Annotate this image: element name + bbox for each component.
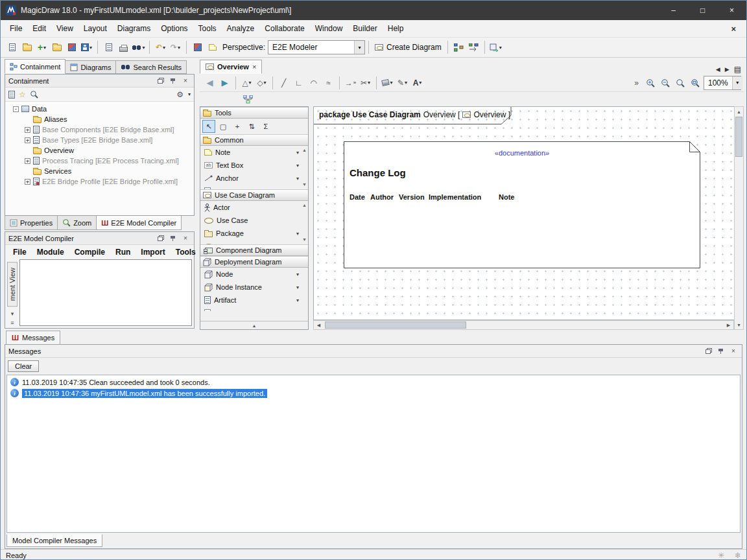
palette-item-package[interactable]: Package ▾ [200,227,308,240]
scroll-down-icon[interactable]: ▼ [302,237,307,242]
dependency-button[interactable]: →» [344,75,357,91]
tab-model-compiler-messages[interactable]: Model Compiler Messages [6,534,102,547]
rectilinear-path-button[interactable]: ∟ [292,75,305,91]
palette-scroll-strip[interactable]: ▲ [200,321,308,329]
marquee-tool-button[interactable]: ▢ [217,120,230,133]
use-module-button[interactable] [65,40,78,55]
select-tool-button[interactable]: ↖ [202,120,215,133]
tab-diagrams[interactable]: Diagrams [65,60,116,74]
forward-button[interactable]: ▶ [218,75,231,91]
open-module-button[interactable] [50,40,64,55]
compiler-menu-file[interactable]: File [8,248,32,257]
clear-button[interactable]: Clear [8,360,39,372]
menu-layout[interactable]: Layout [78,24,112,33]
export-button[interactable]: ▾ [489,40,503,55]
chevron-down-icon[interactable]: ▾ [296,272,299,277]
chevron-down-icon[interactable]: ▾ [296,231,299,237]
documentation-note[interactable]: «documentation» Change Log Date Author V… [344,141,700,268]
scroll-tabs-right-icon[interactable]: ▶ [725,66,729,73]
diagram-canvas[interactable]: package Use Case Diagram Overview [ Over… [313,106,734,320]
compiler-menu-module[interactable]: Module [32,248,69,257]
new-project-button[interactable] [5,40,19,55]
chevron-down-icon[interactable]: ▾ [354,41,364,54]
pin-panel-icon[interactable] [168,76,178,86]
tree-item-base-types[interactable]: + Base Types [E2E Bridge Base.xml] [5,135,194,145]
chevron-down-icon[interactable]: ▾ [11,310,14,317]
save-button[interactable]: ▾ [80,40,93,55]
close-panel-icon[interactable]: × [728,347,739,356]
message-row[interactable]: i 11.03.2019 10:47:35 Clean succeeded an… [7,377,740,388]
memory-monitor-icon[interactable]: ❄ [735,551,741,560]
chevron-down-icon[interactable]: ▾ [296,298,299,303]
expand-icon[interactable]: + [25,158,30,164]
pin-panel-icon[interactable] [716,347,726,356]
tab-e2e-model-compiler[interactable]: Ш E2E Model Compiler [96,216,182,230]
menu-options[interactable]: Options [156,24,193,33]
tree-item-process-tracing[interactable]: + Process Tracing [E2E Process Tracing.x… [5,156,194,166]
expand-icon[interactable]: + [25,137,30,143]
spline-path-button[interactable]: ≈ [322,75,335,91]
palette-item-note[interactable]: Note ▾ [200,146,308,159]
back-button[interactable]: ◀ [203,75,217,91]
validate-button[interactable] [191,40,204,55]
sum-tool-button[interactable]: Σ [259,120,272,133]
close-tab-icon[interactable]: × [252,63,256,71]
menu-builder[interactable]: Builder [348,24,382,33]
palette-section-deployment-diagram[interactable]: Deployment Diagram [200,256,308,268]
find-button[interactable]: ▾ [132,40,145,55]
chevron-down-icon[interactable]: ▾ [296,150,299,156]
menu-tools[interactable]: Tools [193,24,222,33]
diagram-hierarchy-button[interactable] [241,91,255,107]
float-panel-icon[interactable] [156,76,166,86]
message-row-selected[interactable]: i 11.03.2019 10:47:36 myFirstUMLmodel.xm… [7,388,740,399]
zoom-out-button[interactable] [658,75,672,91]
tab-zoom[interactable]: Zoom [57,216,97,230]
palette-item-actor[interactable]: Actor [200,201,308,214]
palette-section-use-case-diagram[interactable]: Use Case Diagram [200,189,308,201]
palette-item-clipped[interactable] [200,240,308,244]
scroll-up-icon[interactable]: ▲ [735,107,743,116]
zoom-fit-button[interactable] [688,75,702,91]
palette-item-text-box[interactable]: Text Box ▾ [200,159,308,172]
chevron-down-icon[interactable]: ▾ [732,76,742,89]
model-compare-button[interactable] [467,40,480,55]
tree-item-base-components[interactable]: + Base Components [E2E Bridge Base.xml] [5,124,194,135]
gear-icon[interactable]: ⚙ [176,90,184,99]
redo-button[interactable]: ↷▾ [169,40,182,55]
open-project-button[interactable] [20,40,34,55]
close-panel-icon[interactable]: × [180,76,191,86]
menu-window[interactable]: Window [310,24,348,33]
menu-diagrams[interactable]: Diagrams [112,24,156,33]
compiler-menu-import[interactable]: Import [136,248,170,257]
close-button[interactable]: × [717,1,746,20]
scroll-down-icon[interactable]: ▼ [302,182,307,187]
pen-color-button[interactable]: ✎▾ [396,75,409,91]
vertical-scrollbar[interactable]: ▲ ▼ [734,106,744,330]
shape-tool-button[interactable]: △▾ [240,75,254,91]
close-panel-icon[interactable]: × [180,234,191,243]
undo-button[interactable]: ↶▾ [154,40,167,55]
add-project-button[interactable]: +▾ [35,40,49,55]
scroll-up-icon[interactable]: ▲ [302,203,307,208]
zoom-combo[interactable]: 100% ▾ [704,76,741,90]
palette-section-component-diagram[interactable]: Component Diagram [200,244,308,256]
font-button[interactable]: A▾ [410,75,424,91]
menu-collaborate[interactable]: Collaborate [259,24,309,33]
notification-icon[interactable]: ✳ [718,551,724,560]
scroll-tabs-left-icon[interactable]: ◀ [716,66,720,73]
float-panel-icon[interactable] [704,347,714,356]
expand-icon[interactable]: + [25,179,30,185]
tree-item-e2e-bridge-profile[interactable]: + E2E Bridge Profile [E2E Bridge Profile… [5,176,194,187]
menubar-close-icon[interactable]: × [731,24,736,34]
chevron-down-icon[interactable]: ▾ [296,163,299,169]
tab-overview-diagram[interactable]: Overview × [200,60,262,74]
palette-section-tools[interactable]: Tools [200,107,308,119]
split-button[interactable]: ✂▾ [359,75,372,91]
tab-properties[interactable]: Properties [5,216,58,230]
curve-path-button[interactable]: ◠ [307,75,320,91]
menu-file[interactable]: File [5,24,27,33]
scroll-up-icon[interactable]: ▲ [252,323,257,328]
print-button[interactable] [117,40,130,55]
fill-color-button[interactable]: ▾ [381,75,394,91]
maximize-button[interactable]: □ [688,1,717,20]
